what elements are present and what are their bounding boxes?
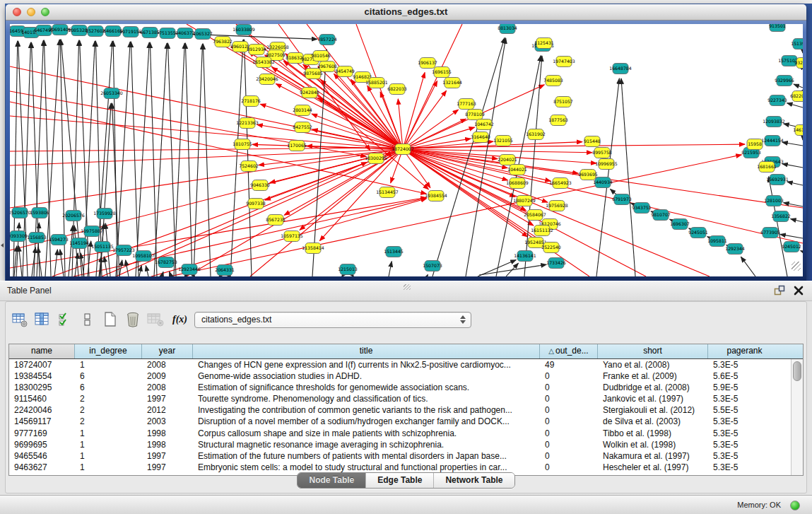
table-cell[interactable]: 0 <box>540 416 598 427</box>
graph-node[interactable]: 2718176 <box>241 96 261 107</box>
table-cell[interactable]: 18300295 <box>9 382 75 393</box>
graph-node[interactable]: 2064331 <box>215 265 235 276</box>
table-cell[interactable]: Estimation of the future numbers of pati… <box>193 450 540 462</box>
graph-node[interactable]: 12923446 <box>178 264 201 275</box>
table-row[interactable]: 2242004622012Investigating the contribut… <box>9 404 792 416</box>
graph-node[interactable]: 1681661 <box>757 162 777 173</box>
table-cell[interactable]: Hescheler et al. (1997) <box>598 462 708 473</box>
table-cell[interactable]: 49 <box>540 359 598 370</box>
graph-node[interactable]: 9406372 <box>175 28 195 39</box>
table-cell[interactable]: Investigating the contribution of common… <box>193 404 540 416</box>
graph-node[interactable]: 10958107 <box>132 251 155 262</box>
graph-node[interactable]: 7857224 <box>317 35 337 45</box>
graph-node[interactable]: 1281003 <box>764 196 784 206</box>
table-settings-button[interactable] <box>10 310 30 329</box>
table-cell[interactable]: 1997 <box>142 450 193 462</box>
graph-node[interactable]: 16033809 <box>233 25 255 35</box>
graph-node[interactable]: 10688609 <box>506 178 529 189</box>
table-cell[interactable]: Structural magnetic resonance image aver… <box>193 439 540 450</box>
table-cell[interactable]: 5.3E-5 <box>708 462 781 473</box>
table-cell[interactable]: 2 <box>75 404 142 416</box>
table-cell[interactable]: Stergiakouli et al. (2012) <box>598 404 708 416</box>
graph-node[interactable]: 1513445 <box>384 247 404 257</box>
table-cell[interactable]: Disruption of a novel member of a sodium… <box>193 416 540 427</box>
graph-node[interactable]: 1507073 <box>423 261 442 271</box>
window-titlebar[interactable]: citations_edges.txt <box>6 4 806 21</box>
tab-network-table[interactable]: Network Table <box>433 473 514 488</box>
table-cell[interactable]: 1998 <box>142 439 193 450</box>
graph-node[interactable]: 3164640 <box>471 132 490 143</box>
window-resize-grip[interactable] <box>792 262 801 271</box>
column-header-year[interactable]: year <box>142 344 193 358</box>
table-cell[interactable]: 6 <box>75 382 142 393</box>
column-header-title[interactable]: title <box>193 344 540 358</box>
show-column-button[interactable] <box>33 310 52 329</box>
graph-node[interactable]: 7963822 <box>213 37 233 47</box>
graph-node[interactable]: 15051135 <box>91 242 114 252</box>
table-cell[interactable]: Yano et al. (2008) <box>598 359 708 370</box>
graph-node[interactable]: 8751057 <box>553 97 573 107</box>
panel-collapse-arrow-icon[interactable] <box>1 243 4 247</box>
graph-node[interactable]: 20584067 <box>524 210 546 221</box>
table-cell[interactable]: Changes of HCN gene expression and I(f) … <box>193 359 540 370</box>
graph-node[interactable]: 1095811 <box>707 236 727 247</box>
graph-node[interactable]: 1527602 <box>86 26 105 37</box>
table-cell[interactable]: Tibbo et al. (1998) <box>598 428 708 439</box>
table-cell[interactable]: 9465546 <box>9 450 75 462</box>
table-cell[interactable]: 9115460 <box>9 393 75 404</box>
graph-node[interactable]: 17957223 <box>112 245 135 256</box>
row-height-button[interactable] <box>78 310 98 329</box>
table-row[interactable]: 911546021997Tourette syndrome. Phenomeno… <box>9 393 792 404</box>
table-cell[interactable]: 5.3E-5 <box>708 439 781 450</box>
graph-node[interactable]: 751355 <box>159 28 176 39</box>
table-row[interactable]: 1872400712008Changes of HCN gene express… <box>9 359 792 370</box>
table-cell[interactable]: 1 <box>75 462 142 473</box>
graph-node[interactable]: 17359928 <box>93 209 116 219</box>
graph-node[interactable]: 6822040 <box>790 91 803 102</box>
table-select-dropdown[interactable]: citations_edges.txt <box>194 312 471 328</box>
table-cell[interactable]: 1 <box>75 359 142 370</box>
graph-node[interactable]: 1593806 <box>30 208 49 218</box>
graph-node[interactable]: 1356822 <box>771 211 791 222</box>
table-cell[interactable]: 2 <box>75 393 142 404</box>
table-cell[interactable]: 0 <box>540 370 598 382</box>
graph-node[interactable]: 9242848 <box>300 88 319 98</box>
graph-node[interactable]: 1696155 <box>432 67 452 78</box>
tab-edge-table[interactable]: Edge Table <box>365 473 433 488</box>
table-row[interactable]: 1830029562008Estimation of significance … <box>9 382 792 393</box>
graph-node[interactable]: 1906137 <box>418 58 437 69</box>
graph-node[interactable]: 1044021 <box>507 165 527 175</box>
table-cell[interactable]: Dudbridge et al. (2008) <box>598 382 708 393</box>
graph-node[interactable]: 9329966 <box>775 76 794 86</box>
graph-node[interactable]: 15134457 <box>376 187 399 198</box>
graph-node[interactable]: 1125431 <box>534 38 554 49</box>
close-panel-icon[interactable] <box>794 286 804 296</box>
table-cell[interactable]: 9463627 <box>9 462 75 473</box>
graph-node[interactable]: 19384554 <box>425 191 447 201</box>
graph-node[interactable]: 12093832 <box>763 117 785 127</box>
graph-node[interactable]: 6671385 <box>140 28 160 38</box>
table-cell[interactable]: Estimation of significance thresholds fo… <box>193 382 540 393</box>
graph-node[interactable]: 2803144 <box>293 105 312 116</box>
delete-column-button[interactable] <box>123 310 143 329</box>
graph-node[interactable]: 7524602 <box>239 161 259 172</box>
table-cell[interactable]: 2008 <box>142 382 193 393</box>
table-cell[interactable]: 2003 <box>142 416 193 427</box>
graph-node[interactable]: 9227343 <box>767 95 787 106</box>
graph-node[interactable]: 1215013 <box>338 264 358 275</box>
graph-node[interactable]: 7485083 <box>543 76 563 86</box>
graph-node[interactable]: 14136141 <box>514 251 536 262</box>
graph-node[interactable]: 1292344 <box>725 244 745 255</box>
graph-node[interactable]: 10597135 <box>281 231 303 242</box>
table-cell[interactable]: 5.9E-5 <box>708 382 781 393</box>
graph-node[interactable]: 1513954 <box>791 39 803 49</box>
column-header-out-degree[interactable]: △out_de... <box>540 344 598 358</box>
graph-node[interactable]: 8778109 <box>465 110 485 120</box>
graph-node[interactable]: 9245012 <box>782 242 801 252</box>
graph-node[interactable]: 16648784 <box>609 64 632 74</box>
graph-node[interactable]: 1777163 <box>457 99 476 110</box>
graph-node[interactable]: 9343751 <box>632 203 652 214</box>
table-cell[interactable]: Franke et al. (2009) <box>598 370 708 382</box>
graph-node[interactable]: 9810546 <box>311 51 331 62</box>
select-columns-button[interactable] <box>55 310 75 329</box>
